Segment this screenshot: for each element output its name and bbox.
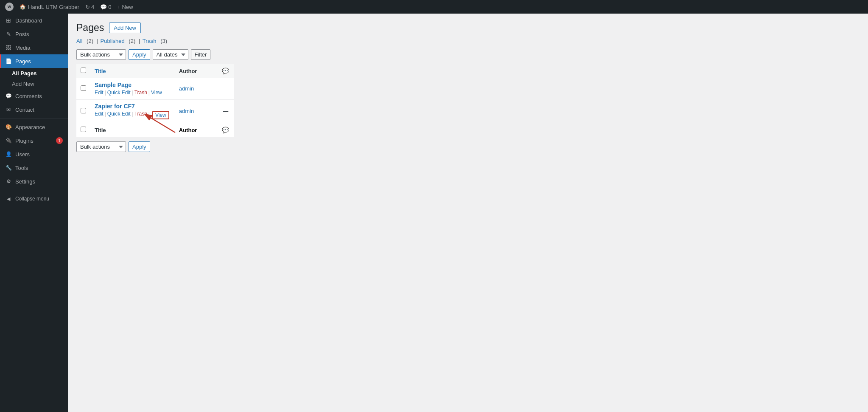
view-link-zapier[interactable]: View (155, 112, 166, 118)
main-content: Pages Add New All (2) | Published (2) | … (68, 14, 243, 412)
sidebar-item-pages[interactable]: 📄 Pages (0, 54, 68, 68)
row-checkbox-cell-zapier (76, 99, 90, 123)
comment-header-icon: 💬 (222, 68, 229, 74)
row-actions-zapier: Edit | Quick Edit | Trash | View (95, 111, 171, 119)
view-link-sample[interactable]: View (151, 90, 162, 96)
row-title-cell-sample: Sample Page Edit | Quick Edit | Trash | … (90, 78, 175, 99)
row-comment-cell-zapier: — (217, 99, 234, 123)
collapse-menu-button[interactable]: ◀ Collapse menu (0, 192, 68, 206)
filter-button[interactable]: Filter (191, 49, 211, 60)
filter-links: All (2) | Published (2) | Trash (3) (76, 38, 234, 44)
tools-icon: 🔧 (5, 164, 12, 171)
trash-link-sample[interactable]: Trash (134, 90, 147, 96)
apply-button-top[interactable]: Apply (129, 49, 150, 60)
pages-table-wrapper: Title Author 💬 (76, 64, 234, 137)
plugins-icon: 🔌 (5, 137, 12, 144)
sidebar-submenu-all-pages[interactable]: All Pages (0, 68, 68, 79)
sidebar-item-appearance[interactable]: 🎨 Appearance (0, 120, 68, 134)
row-comment-cell-sample: — (217, 78, 234, 99)
filter-all[interactable]: All (76, 38, 82, 44)
media-icon: 🖼 (5, 44, 12, 51)
footer-select-all[interactable] (81, 127, 86, 132)
author-link-sample[interactable]: admin (179, 85, 194, 92)
footer-checkbox-cell (76, 123, 90, 137)
pages-submenu: All Pages Add New (0, 68, 68, 89)
sidebar-submenu-add-new[interactable]: Add New (0, 79, 68, 89)
filter-separator-1: | (97, 38, 100, 44)
edit-link-sample[interactable]: Edit (95, 90, 104, 96)
sidebar-item-contact[interactable]: ✉ Contact (0, 103, 68, 116)
table-header-row: Title Author 💬 (76, 64, 234, 78)
footer-title-header[interactable]: Title (90, 123, 175, 137)
footer-comment-icon: 💬 (222, 127, 229, 133)
sidebar-item-users[interactable]: 👤 Users (0, 147, 68, 161)
title-column-header[interactable]: Title (90, 64, 175, 78)
page-title-row: Pages Add New (76, 22, 234, 34)
row-checkbox-sample[interactable] (81, 85, 86, 91)
sidebar-item-tools[interactable]: 🔧 Tools (0, 161, 68, 175)
site-name[interactable]: 🏠 HandL UTM Grabber (20, 4, 79, 10)
toolbar-top: Bulk actionsEditMove to Trash Apply All … (76, 49, 234, 60)
toolbar-bottom: Bulk actionsEditMove to Trash Apply (76, 141, 234, 152)
select-all-header (76, 64, 90, 78)
filter-published-count: (2) (129, 38, 135, 44)
filter-published[interactable]: Published (101, 38, 125, 44)
edit-link-zapier[interactable]: Edit (95, 111, 104, 119)
collapse-icon: ◀ (5, 195, 12, 202)
page-title-link-sample[interactable]: Sample Page (95, 82, 132, 88)
quick-edit-link-zapier[interactable]: Quick Edit (107, 111, 131, 119)
quick-edit-link-sample[interactable]: Quick Edit (107, 90, 131, 96)
wp-logo-icon[interactable]: W (5, 3, 14, 11)
filter-trash-count: (3) (160, 38, 167, 44)
row-actions-sample: Edit | Quick Edit | Trash | View (95, 90, 171, 96)
sidebar-item-media[interactable]: 🖼 Media (0, 41, 68, 54)
filter-all-count: (2) (87, 38, 93, 44)
add-new-button[interactable]: Add New (109, 23, 141, 33)
row-title-cell-zapier: Zapier for CF7 Edit | Quick Edit | Trash… (90, 99, 175, 123)
sidebar-item-dashboard[interactable]: ⊞ Dashboard (0, 14, 68, 27)
plugins-badge: 1 (56, 137, 63, 144)
pages-table: Title Author 💬 (76, 64, 234, 137)
users-icon: 👤 (5, 151, 12, 158)
page-content: Pages Add New All (2) | Published (2) | … (68, 14, 243, 165)
new-item-button[interactable]: + New (117, 4, 133, 10)
comment-column-header: 💬 (217, 64, 234, 78)
row-checkbox-cell (76, 78, 90, 99)
bulk-actions-select-bottom[interactable]: Bulk actionsEditMove to Trash (76, 141, 126, 152)
sidebar-divider-2 (0, 190, 68, 190)
page-title: Pages (76, 22, 104, 34)
sidebar-divider (0, 118, 68, 119)
page-title-link-zapier[interactable]: Zapier for CF7 (95, 103, 135, 110)
contact-icon: ✉ (5, 106, 12, 113)
filter-trash[interactable]: Trash (143, 38, 157, 44)
select-all-checkbox[interactable] (81, 68, 86, 73)
author-link-zapier[interactable]: admin (179, 108, 194, 114)
pages-icon: 📄 (5, 58, 12, 65)
table-row: Sample Page Edit | Quick Edit | Trash | … (76, 78, 234, 99)
row-author-cell-sample: admin (175, 78, 217, 99)
footer-comment-header: 💬 (217, 123, 234, 137)
refresh-icon: ↻ (85, 4, 90, 10)
trash-link-zapier[interactable]: Trash (134, 111, 147, 119)
row-checkbox-zapier[interactable] (81, 108, 86, 113)
bulk-actions-select-top[interactable]: Bulk actionsEditMove to Trash (76, 49, 126, 60)
apply-button-bottom[interactable]: Apply (129, 141, 150, 152)
sidebar-item-plugins[interactable]: 🔌 Plugins 1 (0, 134, 68, 147)
comment-bubble-icon: 💬 (100, 4, 107, 10)
view-highlighted-wrapper: View (152, 111, 169, 119)
sidebar-item-comments[interactable]: 💬 Comments (0, 89, 68, 103)
filter-separator-2: | (139, 38, 142, 44)
settings-icon: ⚙ (5, 178, 12, 185)
sidebar-item-settings[interactable]: ⚙ Settings (0, 175, 68, 188)
dates-filter-select[interactable]: All dates (153, 49, 188, 60)
table-row: Zapier for CF7 Edit | Quick Edit | Trash… (76, 99, 234, 123)
posts-icon: ✎ (5, 31, 12, 37)
sidebar-item-posts[interactable]: ✎ Posts (0, 27, 68, 41)
updates-icon[interactable]: ↻ 4 (85, 4, 94, 10)
table-footer-header-row: Title Author 💬 (76, 123, 234, 137)
comments-icon[interactable]: 💬 0 (100, 4, 111, 10)
dashboard-icon: ⊞ (5, 17, 12, 24)
comments-nav-icon: 💬 (5, 93, 12, 99)
appearance-icon: 🎨 (5, 124, 12, 130)
sidebar: ⊞ Dashboard ✎ Posts 🖼 Media 📄 Pages All … (0, 14, 68, 412)
